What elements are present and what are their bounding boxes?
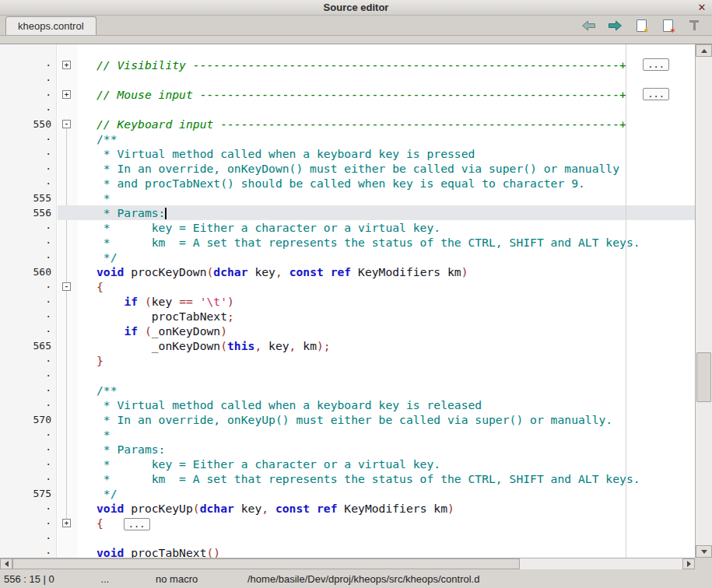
code-line[interactable]: 555 * bbox=[0, 191, 695, 205]
line-number[interactable]: · bbox=[0, 368, 58, 383]
code-line[interactable]: · * Virtual method called when a keyboar… bbox=[0, 397, 695, 412]
code-line[interactable]: ·+// Visibility ------------------------… bbox=[0, 58, 695, 72]
horizontal-scrollbar-thumb[interactable] bbox=[12, 558, 520, 569]
line-number[interactable]: · bbox=[0, 220, 58, 235]
code-line[interactable]: · * and procTabNext() should be called w… bbox=[0, 176, 695, 191]
fold-ellipsis-box[interactable]: ... bbox=[643, 58, 669, 71]
line-number[interactable]: · bbox=[0, 501, 58, 516]
code-line[interactable]: · * Virtual method called when a keyboar… bbox=[0, 146, 695, 161]
line-number[interactable]: · bbox=[0, 427, 58, 442]
fold-toggle-icon[interactable]: - bbox=[62, 282, 71, 291]
fold-toggle-icon[interactable]: + bbox=[62, 61, 71, 69]
pin-button[interactable] bbox=[686, 18, 703, 34]
code-line[interactable]: · */ bbox=[0, 250, 695, 264]
code-text: * In an override, onKeyUp() must either … bbox=[78, 412, 695, 427]
line-number[interactable]: · bbox=[0, 353, 58, 368]
horizontal-scrollbar[interactable] bbox=[0, 558, 695, 569]
code-text: procTabNext; bbox=[78, 309, 695, 324]
line-number[interactable]: · bbox=[0, 324, 58, 338]
line-number[interactable]: · bbox=[0, 383, 58, 397]
line-number[interactable]: · bbox=[0, 309, 58, 324]
line-number[interactable]: · bbox=[0, 146, 58, 161]
code-line[interactable]: · * km = A set that represents the statu… bbox=[0, 235, 695, 250]
fold-ellipsis-box[interactable]: ... bbox=[643, 88, 669, 100]
code-line[interactable]: · * Params: bbox=[0, 442, 695, 457]
line-number[interactable]: · bbox=[0, 442, 58, 457]
fold-toggle-icon[interactable]: + bbox=[62, 90, 71, 99]
code-line[interactable]: 550-// Keyboard input ------------------… bbox=[0, 117, 695, 131]
line-number[interactable]: · bbox=[0, 457, 58, 471]
line-number[interactable]: · bbox=[0, 397, 58, 412]
code-line[interactable]: ·+{... bbox=[0, 516, 695, 530]
document-mark-yellow-button[interactable]: ✶ bbox=[633, 18, 650, 34]
line-number[interactable]: 556 bbox=[0, 205, 58, 220]
code-line[interactable]: · * bbox=[0, 427, 695, 442]
code-line[interactable]: · bbox=[0, 368, 695, 383]
document-mark-red-button[interactable]: ✶ bbox=[660, 18, 676, 34]
fold-toggle-icon[interactable]: + bbox=[62, 519, 71, 527]
go-back-button[interactable] bbox=[580, 18, 597, 34]
code-line[interactable]: ·void procKeyUp(dchar key, const ref Key… bbox=[0, 501, 695, 516]
code-line[interactable]: ·-{ bbox=[0, 279, 695, 294]
code-line[interactable]: · * key = Either a character or a virtua… bbox=[0, 220, 695, 235]
vertical-scrollbar[interactable] bbox=[695, 44, 712, 558]
code-line[interactable]: 565 _onKeyDown(this, key, km); bbox=[0, 338, 695, 353]
code-text: * km = A set that represents the status … bbox=[78, 235, 695, 250]
line-number[interactable]: · bbox=[0, 235, 58, 250]
tab-kheops-control[interactable]: kheops.control bbox=[5, 16, 96, 35]
code-line[interactable]: 560void procKeyDown(dchar key, const ref… bbox=[0, 264, 695, 279]
line-number[interactable]: · bbox=[0, 87, 58, 102]
code-line[interactable]: · * km = A set that represents the statu… bbox=[0, 471, 695, 486]
line-number[interactable]: · bbox=[0, 58, 58, 72]
code-line[interactable]: ·/** bbox=[0, 131, 695, 146]
line-number[interactable]: · bbox=[0, 131, 58, 146]
code-segment: * Params: bbox=[96, 206, 165, 219]
code-line[interactable]: · * In an override, onKeyDown() must eit… bbox=[0, 161, 695, 176]
line-number[interactable]: · bbox=[0, 250, 58, 264]
line-number[interactable]: 565 bbox=[0, 338, 58, 353]
code-line[interactable]: ·+// Mouse input -----------------------… bbox=[0, 87, 695, 102]
code-line[interactable]: · bbox=[0, 102, 695, 117]
code-segment: if bbox=[124, 324, 138, 338]
fold-toggle-icon[interactable]: - bbox=[62, 120, 71, 128]
vertical-scrollbar-thumb[interactable] bbox=[696, 352, 711, 402]
line-number[interactable]: · bbox=[0, 294, 58, 309]
fold-ellipsis-box[interactable]: ... bbox=[124, 518, 150, 530]
go-forward-button[interactable] bbox=[607, 18, 623, 34]
code-line[interactable]: · if (_onKeyDown) bbox=[0, 324, 695, 338]
scroll-right-button[interactable] bbox=[682, 558, 695, 569]
code-line[interactable]: 570 * In an override, onKeyUp() must eit… bbox=[0, 412, 695, 427]
code-line[interactable]: · bbox=[0, 530, 695, 545]
line-number[interactable]: · bbox=[0, 72, 58, 87]
code-line[interactable]: · * key = Either a character or a virtua… bbox=[0, 457, 695, 471]
line-number[interactable]: · bbox=[0, 176, 58, 191]
line-number[interactable]: 570 bbox=[0, 412, 58, 427]
code-line[interactable]: ·void procTabNext() bbox=[0, 545, 695, 558]
line-number[interactable]: 560 bbox=[0, 264, 58, 279]
code-line[interactable]: · if (key == '\t') bbox=[0, 294, 695, 309]
code-line[interactable]: ·/** bbox=[0, 383, 695, 397]
line-number[interactable]: 550 bbox=[0, 117, 58, 131]
scroll-down-button[interactable] bbox=[696, 545, 712, 558]
code-line[interactable]: · procTabNext; bbox=[0, 309, 695, 324]
code-line[interactable]: 556 * Params: bbox=[0, 205, 695, 220]
line-number[interactable]: 555 bbox=[0, 191, 58, 205]
scroll-left-button[interactable] bbox=[0, 558, 12, 569]
scroll-up-button[interactable] bbox=[696, 44, 712, 57]
line-number[interactable]: · bbox=[0, 161, 58, 176]
line-number[interactable]: · bbox=[0, 102, 58, 117]
source-editor[interactable]: ·+// Visibility ------------------------… bbox=[0, 44, 695, 558]
line-number[interactable]: · bbox=[0, 279, 58, 294]
code-segment: _onKeyDown bbox=[152, 324, 220, 338]
line-number[interactable]: 575 bbox=[0, 486, 58, 501]
code-area[interactable]: ·+// Visibility ------------------------… bbox=[0, 44, 695, 558]
line-number[interactable]: · bbox=[0, 471, 58, 486]
line-number[interactable]: · bbox=[0, 545, 58, 558]
code-line[interactable]: · bbox=[0, 72, 695, 87]
window-titlebar[interactable]: Source editor ✕ bbox=[0, 0, 712, 16]
line-number[interactable]: · bbox=[0, 516, 58, 530]
line-number[interactable]: · bbox=[0, 530, 58, 545]
code-line[interactable]: 575 */ bbox=[0, 486, 695, 501]
close-icon[interactable]: ✕ bbox=[696, 2, 708, 14]
code-line[interactable]: ·} bbox=[0, 353, 695, 368]
